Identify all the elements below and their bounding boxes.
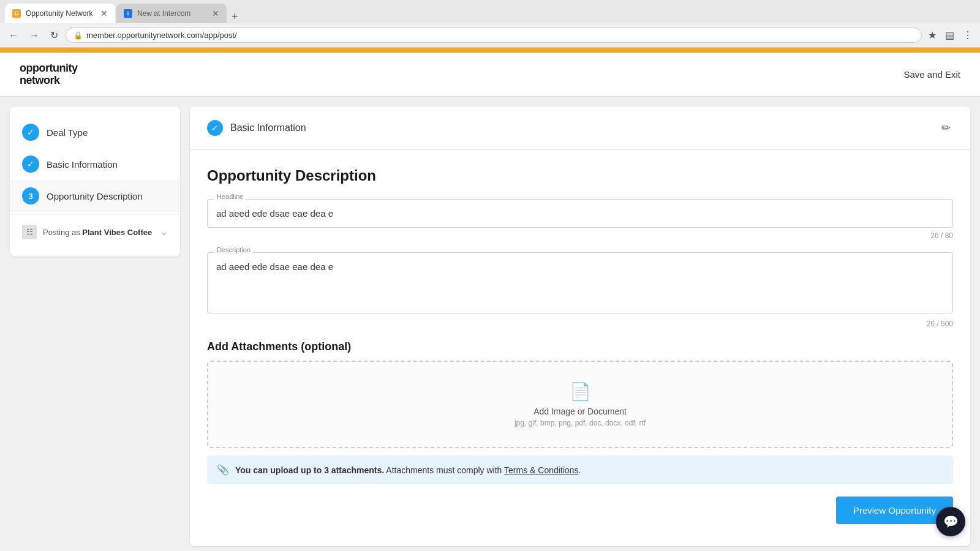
headline-label: Headline bbox=[214, 193, 246, 200]
opp-desc-title: Opportunity Description bbox=[207, 167, 953, 184]
app-logo: opportunity network bbox=[20, 62, 77, 87]
paperclip-icon: 📎 bbox=[217, 464, 229, 476]
new-tab-button[interactable]: + bbox=[228, 10, 242, 23]
attachments-title: Add Attachments (optional) bbox=[207, 340, 953, 353]
basic-info-title: Basic Information bbox=[230, 122, 306, 133]
posting-as-row[interactable]: ☷ Posting as Plant Vibes Coffee ⌄ bbox=[10, 217, 180, 247]
edit-basic-info-button[interactable]: ✏ bbox=[939, 119, 953, 137]
sidebar: ✓ Deal Type ✓ Basic Information 3 Opport… bbox=[0, 97, 190, 551]
step-indicator-3: 3 bbox=[22, 187, 39, 204]
logo-line1: opportunity bbox=[20, 62, 77, 75]
chevron-down-icon: ⌄ bbox=[160, 227, 168, 237]
chat-bubble-button[interactable]: 💬 bbox=[936, 507, 965, 536]
preview-btn-row: Preview Opportunity bbox=[207, 497, 953, 529]
back-button[interactable]: ← bbox=[5, 28, 22, 43]
posting-as-icon: ☷ bbox=[22, 225, 37, 239]
sidebar-divider bbox=[10, 214, 180, 215]
posting-as-prefix: Posting as bbox=[43, 228, 82, 237]
basic-info-section: ✓ Basic Information ✏ bbox=[190, 107, 970, 150]
url-text: member.opportunitynetwork.com/app/post/ bbox=[86, 31, 237, 40]
content-card: ✓ Basic Information ✏ Opportunity Descri… bbox=[190, 107, 970, 546]
notice-text: You can upload up to 3 attachments. Atta… bbox=[235, 465, 581, 475]
refresh-button[interactable]: ↻ bbox=[47, 27, 62, 43]
attachment-notice: 📎 You can upload up to 3 attachments. At… bbox=[207, 455, 953, 484]
description-count: 26 / 500 bbox=[207, 320, 953, 328]
sidebar-item-deal-type[interactable]: ✓ Deal Type bbox=[10, 116, 180, 148]
sidebar-card: ✓ Deal Type ✓ Basic Information 3 Opport… bbox=[10, 107, 180, 257]
main-content: ✓ Basic Information ✏ Opportunity Descri… bbox=[190, 97, 980, 551]
tab-strip: O Opportunity Network ✕ I New at Interco… bbox=[0, 0, 980, 23]
chat-icon: 💬 bbox=[943, 514, 959, 529]
logo-line2: network bbox=[20, 75, 77, 87]
browser-actions: ★ ▤ ⋮ bbox=[925, 27, 975, 43]
opp-desc-section: Opportunity Description Headline 26 / 80… bbox=[190, 150, 970, 546]
save-and-exit-button[interactable]: Save and Exit bbox=[903, 69, 960, 80]
headline-input[interactable] bbox=[207, 199, 953, 228]
posting-as-name: Plant Vibes Coffee bbox=[82, 228, 152, 237]
extensions-icon[interactable]: ▤ bbox=[943, 27, 957, 43]
upload-file-icon: 📄 bbox=[570, 381, 591, 402]
address-bar[interactable]: 🔒 member.opportunitynetwork.com/app/post… bbox=[66, 28, 922, 43]
bookmark-icon[interactable]: ★ bbox=[925, 27, 939, 43]
tab-title-1: Opportunity Network bbox=[26, 9, 96, 18]
step-indicator-2: ✓ bbox=[22, 156, 39, 173]
upload-box[interactable]: 📄 Add Image or Document jpg, gif, bmp, p… bbox=[207, 361, 953, 448]
tab-favicon-2: I bbox=[124, 9, 132, 18]
menu-icon[interactable]: ⋮ bbox=[960, 27, 975, 43]
headline-count: 26 / 80 bbox=[207, 231, 953, 240]
step-indicator-1: ✓ bbox=[22, 124, 39, 141]
tab-close-2[interactable]: ✕ bbox=[212, 9, 219, 18]
section-check-icon: ✓ bbox=[207, 120, 223, 136]
lock-icon: 🔒 bbox=[74, 31, 83, 40]
headline-field-wrapper: Headline bbox=[207, 199, 953, 228]
app-orange-bar bbox=[0, 48, 980, 53]
tab-close-1[interactable]: ✕ bbox=[100, 9, 108, 18]
terms-link[interactable]: Terms & Conditions bbox=[504, 465, 578, 475]
notice-strong: You can upload up to 3 attachments. bbox=[235, 465, 384, 475]
forward-button[interactable]: → bbox=[26, 28, 43, 43]
sidebar-item-opp-desc[interactable]: 3 Opportunity Description bbox=[10, 180, 180, 212]
notice-sub: Attachments must comply with bbox=[386, 465, 504, 475]
main-layout: ✓ Deal Type ✓ Basic Information 3 Opport… bbox=[0, 97, 980, 551]
browser-chrome: O Opportunity Network ✕ I New at Interco… bbox=[0, 0, 980, 48]
tab-favicon: O bbox=[12, 9, 21, 18]
section-header-left: ✓ Basic Information bbox=[207, 120, 306, 136]
posting-as-left: ☷ Posting as Plant Vibes Coffee bbox=[22, 225, 152, 239]
upload-label: Add Image or Document bbox=[533, 407, 627, 416]
description-textarea[interactable]: ad aeed ede dsae eae dea e bbox=[207, 252, 953, 313]
app-header: opportunity network Save and Exit bbox=[0, 53, 980, 97]
sidebar-label-basic-info: Basic Information bbox=[47, 159, 118, 170]
description-label: Description bbox=[214, 246, 253, 253]
description-field-wrapper: Description ad aeed ede dsae eae dea e bbox=[207, 252, 953, 316]
sidebar-label-opp-desc: Opportunity Description bbox=[47, 191, 143, 201]
upload-formats: jpg, gif, bmp, png, pdf, doc, docx, odf,… bbox=[514, 419, 646, 427]
posting-as-text: Posting as Plant Vibes Coffee bbox=[43, 228, 152, 237]
sidebar-label-deal-type: Deal Type bbox=[47, 127, 88, 138]
sidebar-item-basic-info[interactable]: ✓ Basic Information bbox=[10, 148, 180, 180]
browser-controls: ← → ↻ 🔒 member.opportunitynetwork.com/ap… bbox=[0, 23, 980, 48]
tab-intercom[interactable]: I New at Intercom ✕ bbox=[116, 4, 227, 23]
terms-suffix: . bbox=[578, 465, 581, 475]
tab-opportunity-network[interactable]: O Opportunity Network ✕ bbox=[5, 4, 115, 23]
tab-title-2: New at Intercom bbox=[137, 9, 207, 18]
